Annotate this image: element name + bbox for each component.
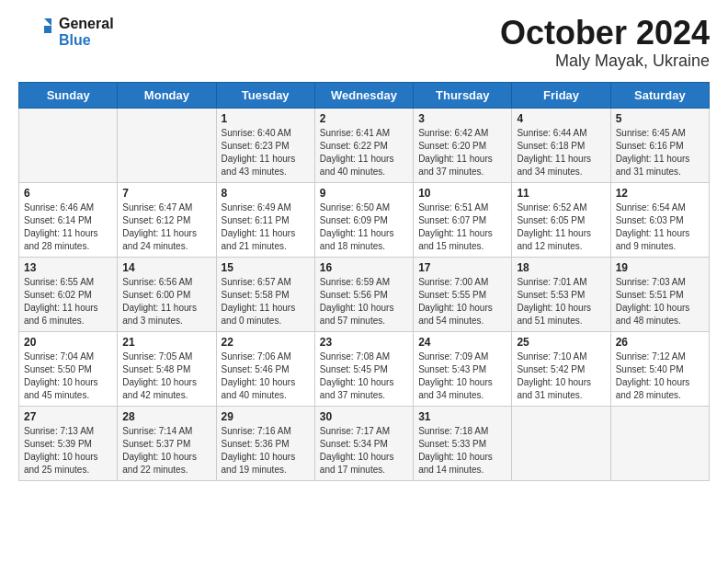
- calendar-subtitle: Maly Mayak, Ukraine: [500, 52, 710, 71]
- calendar-cell: 8Sunrise: 6:49 AM Sunset: 6:11 PM Daylig…: [216, 182, 314, 257]
- day-number: 11: [517, 187, 605, 200]
- calendar-cell: 31Sunrise: 7:18 AM Sunset: 5:33 PM Dayli…: [414, 406, 512, 480]
- logo-blue: Blue: [59, 32, 114, 49]
- calendar-cell: 12Sunrise: 6:54 AM Sunset: 6:03 PM Dayli…: [610, 182, 709, 257]
- col-header-friday: Friday: [512, 82, 610, 108]
- day-info: Sunrise: 6:55 AM Sunset: 6:02 PM Dayligh…: [24, 276, 112, 327]
- calendar-cell: 6Sunrise: 6:46 AM Sunset: 6:14 PM Daylig…: [19, 182, 118, 257]
- day-number: 29: [222, 410, 310, 423]
- day-info: Sunrise: 7:17 AM Sunset: 5:34 PM Dayligh…: [320, 425, 408, 477]
- calendar-cell: 28Sunrise: 7:14 AM Sunset: 5:37 PM Dayli…: [118, 406, 216, 480]
- calendar-cell: 1Sunrise: 6:40 AM Sunset: 6:23 PM Daylig…: [216, 108, 314, 182]
- calendar-body: 1Sunrise: 6:40 AM Sunset: 6:23 PM Daylig…: [19, 108, 710, 480]
- logo: General Blue: [18, 15, 114, 50]
- calendar-cell: 15Sunrise: 6:57 AM Sunset: 5:58 PM Dayli…: [216, 257, 314, 331]
- calendar-week-row: 13Sunrise: 6:55 AM Sunset: 6:02 PM Dayli…: [19, 257, 710, 331]
- day-info: Sunrise: 7:08 AM Sunset: 5:45 PM Dayligh…: [320, 350, 408, 402]
- day-number: 7: [122, 187, 210, 200]
- calendar-cell: 14Sunrise: 6:56 AM Sunset: 6:00 PM Dayli…: [118, 257, 216, 331]
- calendar-cell: 9Sunrise: 6:50 AM Sunset: 6:09 PM Daylig…: [314, 182, 413, 257]
- day-info: Sunrise: 7:14 AM Sunset: 5:37 PM Dayligh…: [122, 425, 210, 477]
- calendar-cell: 3Sunrise: 6:42 AM Sunset: 6:20 PM Daylig…: [414, 108, 512, 182]
- calendar-cell: 13Sunrise: 6:55 AM Sunset: 6:02 PM Dayli…: [19, 257, 118, 331]
- calendar-cell: 10Sunrise: 6:51 AM Sunset: 6:07 PM Dayli…: [414, 182, 512, 257]
- day-info: Sunrise: 7:12 AM Sunset: 5:40 PM Dayligh…: [616, 350, 704, 402]
- day-info: Sunrise: 6:49 AM Sunset: 6:11 PM Dayligh…: [222, 201, 310, 253]
- day-number: 6: [24, 187, 112, 200]
- day-number: 21: [122, 336, 210, 349]
- day-info: Sunrise: 7:13 AM Sunset: 5:39 PM Dayligh…: [24, 425, 112, 477]
- day-number: 8: [222, 187, 310, 200]
- col-header-sunday: Sunday: [19, 82, 118, 108]
- calendar-title: October 2024: [500, 15, 710, 52]
- day-number: 18: [517, 261, 605, 274]
- calendar-cell: [118, 108, 216, 182]
- day-info: Sunrise: 6:51 AM Sunset: 6:07 PM Dayligh…: [418, 201, 506, 253]
- calendar-cell: 18Sunrise: 7:01 AM Sunset: 5:53 PM Dayli…: [512, 257, 610, 331]
- day-number: 5: [616, 112, 704, 125]
- page: General Blue October 2024 Maly Mayak, Uk…: [0, 0, 728, 492]
- calendar-cell: 4Sunrise: 6:44 AM Sunset: 6:18 PM Daylig…: [512, 108, 610, 182]
- calendar-header-row: SundayMondayTuesdayWednesdayThursdayFrid…: [19, 82, 710, 108]
- day-info: Sunrise: 6:41 AM Sunset: 6:22 PM Dayligh…: [320, 127, 408, 178]
- day-number: 31: [418, 410, 506, 423]
- day-info: Sunrise: 6:50 AM Sunset: 6:09 PM Dayligh…: [320, 201, 408, 253]
- calendar-week-row: 20Sunrise: 7:04 AM Sunset: 5:50 PM Dayli…: [19, 331, 710, 406]
- calendar-cell: [512, 406, 610, 480]
- day-number: 26: [616, 336, 704, 349]
- title-block: October 2024 Maly Mayak, Ukraine: [500, 15, 710, 71]
- calendar-cell: 2Sunrise: 6:41 AM Sunset: 6:22 PM Daylig…: [314, 108, 413, 182]
- day-number: 13: [24, 261, 112, 274]
- day-number: 10: [418, 187, 506, 200]
- day-number: 22: [222, 336, 310, 349]
- calendar-week-row: 6Sunrise: 6:46 AM Sunset: 6:14 PM Daylig…: [19, 182, 710, 257]
- day-number: 25: [517, 336, 605, 349]
- day-info: Sunrise: 6:45 AM Sunset: 6:16 PM Dayligh…: [616, 127, 704, 178]
- day-info: Sunrise: 7:04 AM Sunset: 5:50 PM Dayligh…: [24, 350, 112, 402]
- day-number: 14: [122, 261, 210, 274]
- day-info: Sunrise: 6:42 AM Sunset: 6:20 PM Dayligh…: [418, 127, 506, 178]
- day-number: 28: [122, 410, 210, 423]
- logo-general: General: [59, 16, 114, 32]
- calendar-cell: 27Sunrise: 7:13 AM Sunset: 5:39 PM Dayli…: [19, 406, 118, 480]
- day-number: 2: [320, 112, 408, 125]
- calendar-cell: 23Sunrise: 7:08 AM Sunset: 5:45 PM Dayli…: [314, 331, 413, 406]
- day-info: Sunrise: 7:03 AM Sunset: 5:51 PM Dayligh…: [616, 276, 704, 327]
- day-info: Sunrise: 7:16 AM Sunset: 5:36 PM Dayligh…: [222, 425, 310, 477]
- col-header-thursday: Thursday: [414, 82, 512, 108]
- day-info: Sunrise: 7:09 AM Sunset: 5:43 PM Dayligh…: [418, 350, 506, 402]
- calendar-week-row: 1Sunrise: 6:40 AM Sunset: 6:23 PM Daylig…: [19, 108, 710, 182]
- day-number: 12: [616, 187, 704, 200]
- calendar-cell: 26Sunrise: 7:12 AM Sunset: 5:40 PM Dayli…: [610, 331, 709, 406]
- calendar-cell: 20Sunrise: 7:04 AM Sunset: 5:50 PM Dayli…: [19, 331, 118, 406]
- day-number: 1: [222, 112, 310, 125]
- day-number: 30: [320, 410, 408, 423]
- col-header-saturday: Saturday: [610, 82, 709, 108]
- day-number: 4: [517, 112, 605, 125]
- day-info: Sunrise: 6:44 AM Sunset: 6:18 PM Dayligh…: [517, 127, 605, 178]
- calendar-cell: [610, 406, 709, 480]
- calendar-table: SundayMondayTuesdayWednesdayThursdayFrid…: [18, 82, 710, 481]
- day-number: 23: [320, 336, 408, 349]
- day-number: 9: [320, 187, 408, 200]
- calendar-cell: 24Sunrise: 7:09 AM Sunset: 5:43 PM Dayli…: [414, 331, 512, 406]
- day-number: 15: [222, 261, 310, 274]
- day-info: Sunrise: 6:57 AM Sunset: 5:58 PM Dayligh…: [222, 276, 310, 327]
- calendar-cell: 21Sunrise: 7:05 AM Sunset: 5:48 PM Dayli…: [118, 331, 216, 406]
- day-number: 27: [24, 410, 112, 423]
- svg-rect-1: [44, 26, 51, 33]
- calendar-cell: 16Sunrise: 6:59 AM Sunset: 5:56 PM Dayli…: [314, 257, 413, 331]
- calendar-cell: 11Sunrise: 6:52 AM Sunset: 6:05 PM Dayli…: [512, 182, 610, 257]
- header: General Blue October 2024 Maly Mayak, Uk…: [18, 15, 710, 71]
- calendar-cell: 17Sunrise: 7:00 AM Sunset: 5:55 PM Dayli…: [414, 257, 512, 331]
- day-number: 3: [418, 112, 506, 125]
- day-number: 16: [320, 261, 408, 274]
- logo-svg: [18, 15, 53, 50]
- day-number: 19: [616, 261, 704, 274]
- day-info: Sunrise: 7:05 AM Sunset: 5:48 PM Dayligh…: [122, 350, 210, 402]
- day-info: Sunrise: 6:52 AM Sunset: 6:05 PM Dayligh…: [517, 201, 605, 253]
- calendar-cell: 22Sunrise: 7:06 AM Sunset: 5:46 PM Dayli…: [216, 331, 314, 406]
- calendar-cell: 7Sunrise: 6:47 AM Sunset: 6:12 PM Daylig…: [118, 182, 216, 257]
- day-number: 24: [418, 336, 506, 349]
- day-info: Sunrise: 7:18 AM Sunset: 5:33 PM Dayligh…: [418, 425, 506, 477]
